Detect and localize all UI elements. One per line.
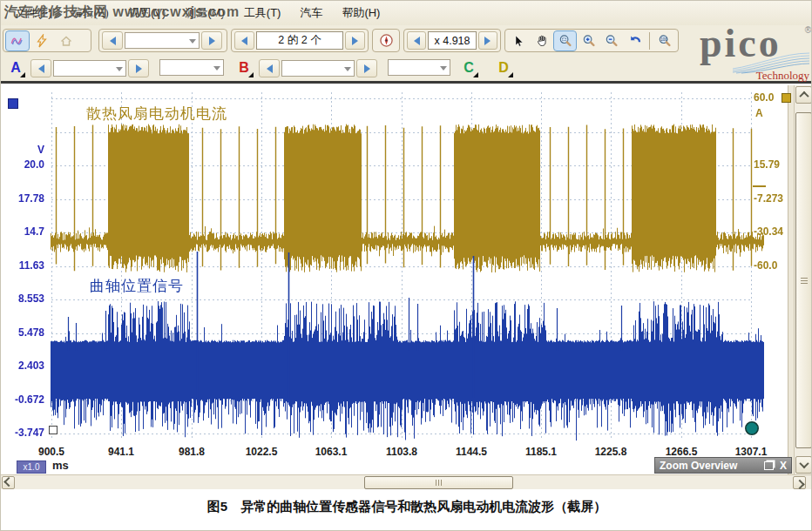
channel-b-range-prev-button[interactable] (259, 59, 280, 77)
channel-b-range-group (259, 57, 377, 79)
capture-nav-group (98, 29, 227, 52)
channel-toolbar: A B C D (1, 55, 812, 82)
zoom-in-button[interactable] (578, 31, 599, 50)
channel-b-range-select[interactable] (281, 60, 355, 77)
chevron-down-icon (116, 67, 123, 75)
channel-b-coupling-select[interactable] (388, 59, 450, 76)
capture-next-button[interactable] (201, 31, 222, 50)
zoom-factor-group: x 4.918 (403, 29, 501, 52)
restore-window-icon[interactable] (764, 461, 774, 470)
vertical-scroll-thumb[interactable] (795, 112, 812, 448)
zoom-overview-title: Zoom Overview (660, 460, 764, 472)
chevron-left-icon (3, 476, 13, 486)
zoom-factor-decrease-button[interactable] (407, 31, 426, 50)
zoom-overview-titlebar[interactable]: Zoom Overview X (654, 457, 792, 474)
watermark: 汽车维修技术网 www.qcwxjs.com (4, 3, 240, 22)
channel-a-range-prev-button[interactable] (30, 59, 51, 77)
buffer-overview-button[interactable] (376, 31, 396, 50)
logo-subtitle: Technology (756, 69, 809, 83)
select-tool-button[interactable] (508, 31, 530, 50)
logo-brand: pico (700, 20, 782, 66)
y-tick-label-left: 17.78 (3, 192, 44, 205)
x-tick-label: 941.1 (86, 446, 156, 458)
signal-generator-button[interactable] (30, 31, 53, 50)
compass-icon (379, 33, 394, 48)
x-tick-label: 1022.5 (227, 446, 296, 458)
capture-prev-button[interactable] (102, 31, 123, 50)
x-tick-label: 1225.8 (576, 446, 646, 458)
menu-automotive[interactable]: 汽车 (300, 5, 322, 21)
menu-help[interactable]: 帮助(H) (342, 5, 380, 21)
cursor-arrow-icon (511, 34, 525, 48)
zoom-out-button[interactable] (601, 31, 623, 50)
x-tick-label: 1063.1 (296, 446, 366, 458)
left-arrow-icon (267, 64, 273, 73)
zoom-full-button[interactable]: 100 (653, 31, 675, 50)
corner-triangle-icon (20, 72, 25, 77)
channel-a-coupling-select[interactable] (159, 59, 224, 76)
chevron-down-icon (344, 67, 351, 75)
buffer-nav-group: 2 的 2 个 (231, 29, 369, 52)
channel-a-range-next-button[interactable] (128, 59, 149, 77)
chevron-down-icon (213, 66, 220, 74)
close-icon[interactable]: X (780, 460, 787, 471)
y-tick-label-left: 5.478 (3, 326, 44, 339)
y-tick-label-left: 14.7 (3, 225, 44, 238)
chevron-down-icon (799, 459, 809, 468)
grip-icon (801, 278, 808, 279)
zoom-out-icon (605, 34, 619, 48)
time-multiplier-badge[interactable]: x1.0 (17, 460, 46, 474)
zoom-box-icon (558, 34, 572, 48)
scroll-left-button[interactable] (2, 476, 15, 489)
channel-a-axis-handle[interactable] (8, 98, 18, 109)
pico-logo: pico ® Technology (694, 27, 811, 81)
home-button[interactable] (55, 31, 78, 50)
channel-b-range-next-button[interactable] (356, 59, 377, 77)
zoom-factor-value: x 4.918 (428, 31, 477, 50)
y-tick-label-left: 20.0 (3, 158, 44, 171)
capture-select[interactable] (125, 32, 200, 49)
channel-b-button[interactable]: B (233, 57, 255, 79)
x-tick-label: 981.8 (157, 446, 227, 458)
buffer-overview-group (372, 29, 400, 52)
chevron-down-icon (440, 66, 447, 74)
channel-a-range-group (30, 57, 149, 79)
buffer-next-button[interactable] (345, 31, 365, 50)
sine-wave-icon (10, 34, 24, 48)
channel-a-range-select[interactable] (53, 60, 126, 77)
svg-text:100: 100 (660, 37, 667, 41)
buffer-indicator: 2 的 2 个 (256, 31, 343, 50)
waveform-view-button[interactable] (6, 31, 29, 50)
y-tick-label-left: -3.747 (3, 427, 44, 439)
scroll-up-button[interactable] (795, 86, 812, 104)
channel-d-button[interactable]: D (492, 57, 515, 79)
corner-triangle-icon (473, 72, 478, 77)
menu-tools[interactable]: 工具(T) (244, 5, 281, 21)
horizontal-scroll-thumb[interactable] (364, 476, 513, 489)
zoom-factor-increase-button[interactable] (478, 31, 497, 50)
pan-tool-button[interactable] (531, 31, 553, 50)
right-arrow-icon (352, 37, 358, 45)
main-toolbar: 2 的 2 个 x 4.918 (1, 26, 812, 55)
y-tick-label-left: 2.403 (3, 360, 44, 372)
hand-icon (535, 34, 549, 48)
right-arrow-icon (136, 64, 142, 73)
grip-icon (436, 480, 436, 486)
x-tick-label: 1266.5 (646, 446, 716, 458)
waveform-canvas[interactable] (1, 85, 812, 445)
buffer-prev-button[interactable] (234, 31, 254, 50)
zoom-box-tool-button[interactable] (554, 31, 576, 50)
undo-zoom-button[interactable] (625, 31, 646, 50)
channel-a-button[interactable]: A (4, 57, 27, 79)
scroll-right-button[interactable] (793, 476, 806, 489)
horizontal-scrollbar[interactable] (1, 474, 812, 489)
zoom-100-icon: 100 (658, 34, 672, 48)
crank-signal-label: 曲轴位置信号 (90, 276, 184, 296)
corner-triangle-icon (508, 72, 513, 77)
x-tick-label: 900.5 (17, 446, 86, 458)
right-arrow-icon (209, 37, 215, 45)
vertical-scrollbar[interactable] (794, 85, 812, 474)
left-arrow-icon (241, 37, 247, 45)
channel-c-button[interactable]: C (457, 57, 480, 79)
scroll-down-button[interactable] (795, 456, 812, 474)
